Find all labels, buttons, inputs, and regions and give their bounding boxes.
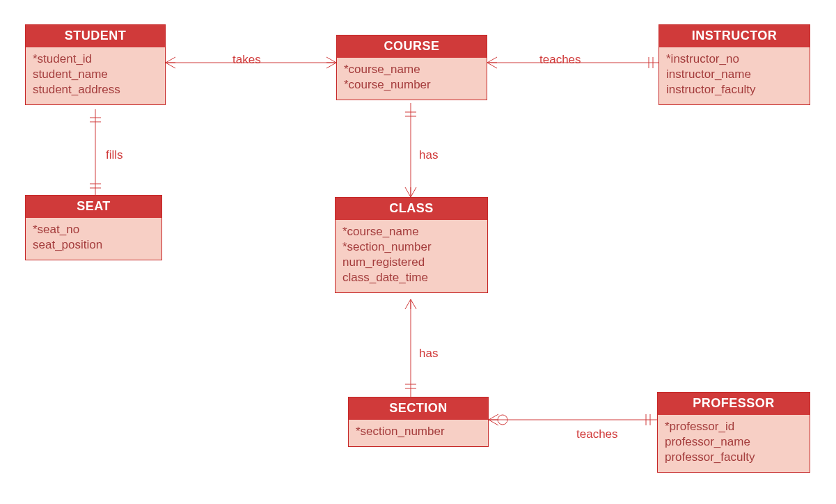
attr: *seat_no [33,222,156,237]
attr: *section_number [356,424,482,439]
entity-instructor: INSTRUCTOR *instructor_no instructor_nam… [658,24,810,105]
entity-professor-attrs: *professor_id professor_name professor_f… [658,415,810,472]
entity-seat: SEAT *seat_no seat_position [25,195,162,260]
rel-label-takes: takes [232,53,261,67]
entity-professor-title: PROFESSOR [658,393,810,415]
entity-section-title: SECTION [349,397,488,420]
entity-instructor-attrs: *instructor_no instructor_name instructo… [659,47,810,104]
rel-label-teaches-top: teaches [539,53,581,67]
attr: num_registered [342,255,482,270]
attr: student_address [33,82,159,97]
rel-label-teaches-bottom: teaches [576,427,618,441]
attr: professor_name [665,434,804,450]
entity-course-title: COURSE [337,36,487,58]
attr: student_name [33,67,159,82]
attr: *course_number [344,77,481,93]
entity-class-title: CLASS [336,198,487,220]
entity-course-attrs: *course_name *course_number [337,58,487,100]
attr: *section_number [342,239,482,255]
entity-student-attrs: *student_id student_name student_address [26,47,165,104]
attr: seat_position [33,237,156,253]
attr: instructor_name [666,67,804,82]
attr: professor_faculty [665,450,804,465]
attr: *professor_id [665,419,804,434]
entity-seat-attrs: *seat_no seat_position [26,218,161,260]
entity-section: SECTION *section_number [348,397,489,447]
attr: class_date_time [342,270,482,285]
attr: *instructor_no [666,52,804,67]
entity-student-title: STUDENT [26,25,165,47]
rel-label-has-bottom: has [419,347,438,361]
attr: *course_name [344,62,481,77]
entity-professor: PROFESSOR *professor_id professor_name p… [657,392,810,473]
attr: instructor_faculty [666,82,804,97]
svg-point-16 [498,415,507,425]
entity-class-attrs: *course_name *section_number num_registe… [336,220,487,292]
attr: *student_id [33,52,159,67]
entity-section-attrs: *section_number [349,420,488,446]
rel-label-has-top: has [419,148,438,162]
entity-instructor-title: INSTRUCTOR [659,25,810,47]
attr: *course_name [342,224,482,239]
entity-student: STUDENT *student_id student_name student… [25,24,166,105]
rel-label-fills: fills [106,148,123,162]
entity-course: COURSE *course_name *course_number [336,35,487,100]
entity-seat-title: SEAT [26,196,161,218]
entity-class: CLASS *course_name *section_number num_r… [335,197,488,293]
